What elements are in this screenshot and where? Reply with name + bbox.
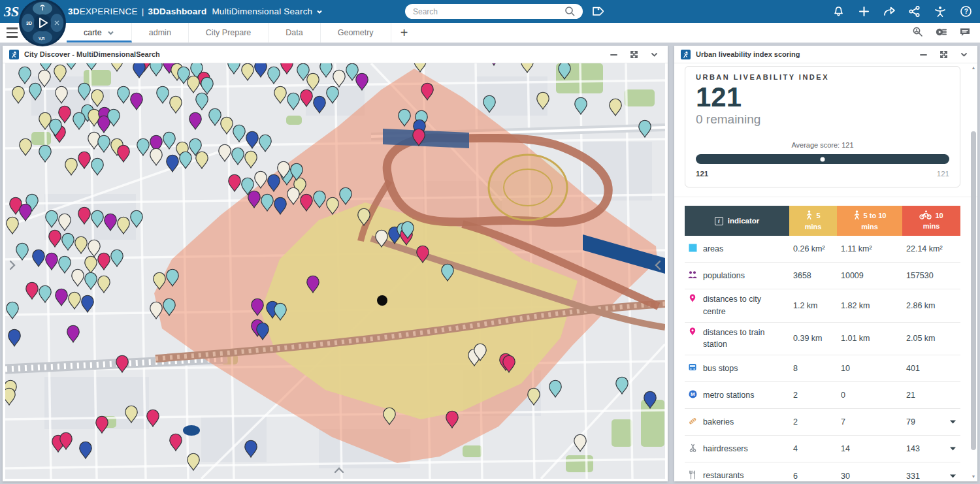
- column-header-indicator[interactable]: iindicator: [685, 206, 789, 236]
- indicator-table: iindicator5mins5 to 10mins10mins areas0.…: [685, 206, 960, 481]
- expand-row-button[interactable]: [946, 470, 959, 481]
- value-5to10min: 7: [837, 417, 902, 427]
- maximize-button[interactable]: [939, 50, 948, 59]
- table-row-hairdressers[interactable]: hairdressers414143: [685, 436, 960, 462]
- app-icon: [681, 50, 691, 59]
- stadium: [489, 155, 567, 220]
- expand-row-button[interactable]: [946, 442, 959, 455]
- value-5min: 2: [789, 417, 837, 427]
- scrollbar[interactable]: ▲ ▼: [970, 65, 977, 480]
- scrollbar-thumb[interactable]: [971, 131, 976, 450]
- average-score-label: Average score: 121: [696, 141, 949, 149]
- search-input[interactable]: [405, 4, 583, 19]
- walk-icon: [806, 210, 813, 223]
- row-label: hairdressers: [703, 443, 748, 455]
- value-10min: 2.86 km: [906, 301, 935, 310]
- slider-knob[interactable]: [821, 157, 825, 161]
- bakery-icon: [687, 417, 698, 425]
- svg-text:?: ?: [964, 8, 968, 15]
- table-row-distances-to-train-station: distances to train station0.39 km1.01 km…: [685, 323, 960, 356]
- tab-city-prepare[interactable]: City Prepare: [189, 23, 269, 42]
- minimize-button[interactable]: [610, 50, 618, 59]
- score-slider[interactable]: [696, 154, 949, 164]
- share-nodes-icon[interactable]: [907, 4, 923, 20]
- score-value: 121: [696, 82, 949, 112]
- table-row-populations: populations365810009157530: [685, 263, 960, 289]
- value-5min: 0.26 km²: [789, 244, 837, 253]
- scroll-down-button[interactable]: ▼: [970, 474, 977, 480]
- help-icon[interactable]: ?: [958, 4, 973, 20]
- park-area: [625, 89, 655, 106]
- companion-icon[interactable]: [932, 4, 948, 20]
- svg-text:V,R: V,R: [39, 37, 45, 40]
- header-label: indicator: [728, 216, 760, 225]
- expand-row-button[interactable]: [946, 415, 959, 428]
- tab-label: carte: [84, 28, 102, 37]
- search-center-marker[interactable]: [377, 295, 387, 306]
- bell-icon[interactable]: [830, 4, 846, 20]
- add-icon[interactable]: [856, 4, 872, 20]
- row-label: distances to city centre: [703, 293, 785, 318]
- tab-label: admin: [149, 28, 171, 37]
- chevron-down-icon[interactable]: [316, 8, 323, 15]
- tab-label: City Prepare: [206, 28, 251, 37]
- value-5to10min: 14: [837, 444, 902, 453]
- slider-max-label: 121: [937, 170, 949, 178]
- bus-icon: [687, 363, 698, 372]
- search-icon[interactable]: [564, 6, 576, 17]
- dashboard-name[interactable]: MultiDimensional Search: [212, 7, 312, 16]
- pin-icon: [687, 294, 698, 302]
- tab-data[interactable]: Data: [269, 23, 320, 42]
- media-icon[interactable]: [935, 27, 948, 40]
- park-area: [31, 132, 51, 145]
- score-card: URBAN LIVEABILITY INDEX 121 0 remaining …: [685, 66, 960, 187]
- restaurant-icon: [687, 470, 698, 479]
- map-pan-down-handle[interactable]: [332, 463, 346, 477]
- header-label-2: mins: [805, 223, 822, 232]
- collapse-button[interactable]: [960, 50, 968, 59]
- map-canvas[interactable]: [5, 63, 665, 479]
- compass-widget[interactable]: 3D V,R: [18, 0, 67, 47]
- walk-icon: [853, 210, 860, 223]
- table-row-bakeries[interactable]: bakeries2779: [685, 409, 960, 436]
- row-label: restaurants: [703, 470, 744, 481]
- chevron-down-icon[interactable]: [107, 29, 114, 37]
- value-5to10min: 1.01 km: [837, 334, 902, 343]
- tab-carte[interactable]: carte: [67, 23, 132, 42]
- park-area: [566, 455, 593, 472]
- column-header-5[interactable]: 5mins: [789, 206, 837, 236]
- header-label-2: mins: [861, 223, 878, 232]
- column-header-10[interactable]: 10mins: [902, 206, 960, 236]
- value-5min: 1.2 km: [789, 301, 837, 310]
- table-row-restaurants[interactable]: restaurants630331: [685, 462, 960, 481]
- value-5to10min: 10: [837, 364, 902, 373]
- header-label: 5 to 10: [864, 212, 887, 221]
- score-remaining: 0 remaining: [696, 112, 949, 127]
- share-arrow-icon[interactable]: [881, 4, 897, 20]
- value-5min: 6: [789, 472, 837, 481]
- app-icon: [9, 50, 19, 59]
- maximize-button[interactable]: [630, 50, 638, 59]
- svg-text:M: M: [691, 391, 695, 397]
- brand-experience: EXPERIENCE: [80, 7, 138, 16]
- tag-icon[interactable]: [589, 5, 604, 19]
- tab-label: Geometry: [338, 28, 374, 37]
- brand-title: 3DEXPERIENCE | 3DDashboard MultiDimensio…: [68, 7, 323, 16]
- column-header-5-to-10[interactable]: 5 to 10mins: [837, 206, 902, 236]
- pond: [183, 425, 200, 436]
- minimize-button[interactable]: [919, 50, 928, 59]
- scroll-up-button[interactable]: ▲: [970, 65, 977, 71]
- comments-icon[interactable]: [959, 27, 971, 40]
- collapse-button[interactable]: [650, 50, 659, 59]
- value-5to10min: 0: [837, 391, 902, 400]
- map-pan-left-handle[interactable]: [5, 258, 20, 272]
- tab-geometry[interactable]: Geometry: [321, 23, 391, 42]
- map-pan-right-handle[interactable]: [651, 258, 665, 272]
- tab-admin[interactable]: admin: [132, 23, 189, 42]
- table-row-metro-stations: Mmetro stations2021: [685, 382, 960, 409]
- header-label: 5: [816, 212, 820, 221]
- user-search-icon[interactable]: [911, 26, 924, 40]
- row-label: populations: [703, 270, 745, 282]
- add-tab-button[interactable]: +: [391, 25, 417, 40]
- table-row-areas: areas0.26 km²1.11 km²22.14 km²: [685, 236, 960, 263]
